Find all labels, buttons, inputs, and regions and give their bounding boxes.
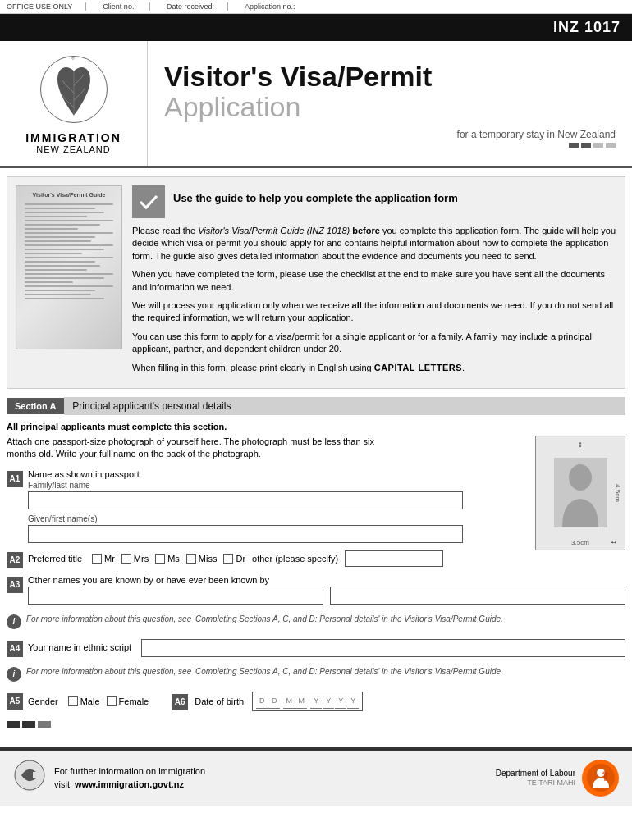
field-a1-row: A1 Name as shown in passport Family/last… <box>7 469 527 543</box>
other-name-input-1[interactable] <box>28 587 323 605</box>
dept-logo: Department of Labour TE TARI MAHI <box>496 760 619 797</box>
title-dr[interactable]: Dr <box>223 554 245 564</box>
title-mr[interactable]: Mr <box>92 554 115 564</box>
title-ms[interactable]: Ms <box>155 554 180 564</box>
title-right: Visitor's Visa/Permit Application for a … <box>148 41 632 166</box>
other-name-input-2[interactable] <box>330 587 625 605</box>
given-name-input[interactable] <box>28 525 463 543</box>
female-label: Female <box>119 696 149 706</box>
mr-checkbox[interactable] <box>92 554 102 564</box>
dob-boxes <box>252 692 363 711</box>
footer-text: For further information on immigration v… <box>54 765 205 792</box>
mr-label: Mr <box>104 554 115 564</box>
form-body: All principal applicants must complete t… <box>7 422 625 711</box>
dob-y4[interactable] <box>347 694 359 709</box>
mrs-label: Mrs <box>134 554 149 564</box>
ms-checkbox[interactable] <box>155 554 165 564</box>
photo-dim-width: 3.5cm <box>571 539 589 546</box>
field-a2-row: A2 Preferred title Mr Mrs Ms Miss <box>7 550 625 568</box>
a3-two-fields <box>28 587 625 605</box>
dob-d2[interactable] <box>268 694 280 709</box>
photo-dim-height: 4.5cm <box>614 484 621 502</box>
title-for: for a temporary stay in New Zealand <box>164 129 616 140</box>
field-a5-a6-row: A5 Gender Male Female A6 Date of birth <box>7 692 625 711</box>
bottom-dot2 <box>22 721 35 728</box>
app-no-label: Application no.: <box>245 2 309 11</box>
photo-silhouette <box>554 458 607 527</box>
guide-section: Visitor's Visa/Permit Guide <box>7 176 625 389</box>
field-a3-row: A3 Other names you are known by or have … <box>7 575 625 605</box>
info-icon-a3: i <box>7 614 21 629</box>
ethnic-script-input[interactable] <box>141 639 625 657</box>
office-use-label: OFFICE USE ONLY <box>7 2 86 11</box>
field-a1-label: Name as shown in passport <box>28 469 527 479</box>
guide-checkmark-icon <box>132 185 165 218</box>
guide-para4: You can use this form to apply for a vis… <box>132 331 616 356</box>
gender-female[interactable]: Female <box>107 696 149 706</box>
title-mrs[interactable]: Mrs <box>121 554 149 564</box>
gender-section: Gender Male Female <box>28 696 149 706</box>
field-a1-content: Name as shown in passport Family/last na… <box>28 469 527 543</box>
gender-label: Gender <box>28 696 58 706</box>
photo-desc: Attach one passport-size photograph of y… <box>7 436 384 461</box>
info-icon-a4: i <box>7 667 21 682</box>
dob-y2[interactable] <box>323 694 334 709</box>
female-checkbox[interactable] <box>107 696 117 706</box>
form-fields-a1: Attach one passport-size photograph of y… <box>7 436 527 550</box>
dot1 <box>569 143 579 148</box>
other-label: other (please specify) <box>252 554 338 564</box>
dob-section: Date of birth <box>195 692 363 711</box>
footer: For further information on immigration v… <box>0 747 632 806</box>
dr-checkbox[interactable] <box>223 554 233 564</box>
field-a3-num: A3 <box>7 577 23 593</box>
field-a4-row: A4 Your name in ethnic script <box>7 639 625 657</box>
guide-body: Please read the Visitor's Visa/Permit Gu… <box>132 225 616 374</box>
logo-text: IMMIGRATION NEW ZEALAND <box>25 131 121 154</box>
svg-text:®: ® <box>71 56 75 61</box>
dob-m2[interactable] <box>295 694 307 709</box>
title-sub: Application <box>164 92 616 122</box>
client-no-label: Client no.: <box>103 2 150 11</box>
logo-area: ® IMMIGRATION NEW ZEALAND <box>0 41 148 166</box>
dept-icon <box>582 760 619 797</box>
field-a4-label: Your name in ethnic script <box>28 642 131 652</box>
dob-m1[interactable] <box>283 694 295 709</box>
section-must-complete: All principal applicants must complete t… <box>7 422 625 431</box>
gender-male[interactable]: Male <box>68 696 100 706</box>
footer-website: www.immigration.govt.nz <box>75 779 184 789</box>
dot4 <box>606 143 616 148</box>
family-name-input[interactable] <box>28 491 463 509</box>
male-checkbox[interactable] <box>68 696 78 706</box>
photo-box: ↕ 4.5cm 3.5cm ↔ <box>535 436 625 550</box>
miss-checkbox[interactable] <box>186 554 196 564</box>
footer-left: For further information on immigration v… <box>13 759 205 797</box>
dept-sub: TE TARI MAHI <box>496 778 575 788</box>
field-a1-given-label: Given/first name(s) <box>28 514 527 523</box>
field-a2-num: A2 <box>7 552 23 568</box>
a5-a6-content: Gender Male Female A6 Date of birth <box>28 692 625 711</box>
photo-arrow-top: ↕ <box>579 440 583 449</box>
dob-sep2 <box>308 694 309 709</box>
dob-y1[interactable] <box>310 694 322 709</box>
guide-heading: Use the guide to help you complete the a… <box>173 185 458 204</box>
guide-para1: Please read the Visitor's Visa/Permit Gu… <box>132 225 616 262</box>
mrs-checkbox[interactable] <box>121 554 131 564</box>
nz-label: NEW ZEALAND <box>25 144 121 154</box>
title-section: ® IMMIGRATION NEW ZEALAND Visitor's Visa… <box>0 41 632 168</box>
footer-info-text: For further information on immigration <box>54 765 205 778</box>
other-title-input[interactable] <box>345 550 443 567</box>
office-bar: OFFICE USE ONLY Client no.: Date receive… <box>0 0 632 14</box>
section-a-header: Section A Principal applicant's personal… <box>7 397 625 415</box>
guide-right: Use the guide to help you complete the a… <box>132 185 616 380</box>
photo-arrow-bottom: ↔ <box>610 537 618 546</box>
title-miss[interactable]: Miss <box>186 554 218 564</box>
dob-sep1 <box>281 694 282 709</box>
section-a-label: Section A <box>7 398 64 414</box>
dob-y3[interactable] <box>335 694 346 709</box>
immigration-label: IMMIGRATION <box>25 131 121 144</box>
dob-d1[interactable] <box>256 694 268 709</box>
dot2 <box>581 143 591 148</box>
title-main: Visitor's Visa/Permit <box>164 62 616 92</box>
field-a1-family-label: Family/last name <box>28 481 527 490</box>
form-photo-row: Attach one passport-size photograph of y… <box>7 436 625 550</box>
